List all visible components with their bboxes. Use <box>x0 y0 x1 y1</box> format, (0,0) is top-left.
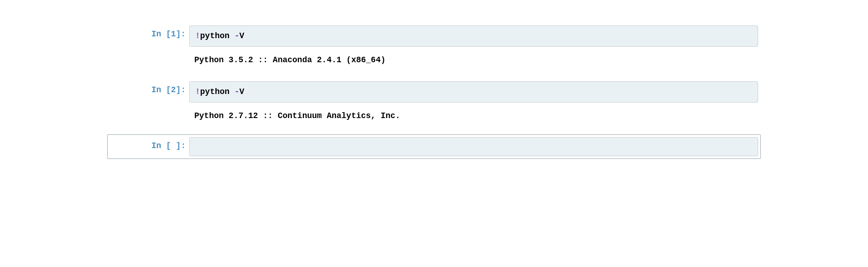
shell-bang-token: ! <box>195 31 200 40</box>
code-cell[interactable]: In [2]: !python -V <box>107 79 761 105</box>
code-cell[interactable]: In [1]: !python -V <box>107 23 761 49</box>
argument-token: V <box>239 87 244 96</box>
command-token: python <box>200 31 235 40</box>
code-input-area[interactable]: !python -V <box>189 25 758 47</box>
code-line: !python -V <box>195 31 244 40</box>
output-text: Python 2.7.12 :: Continuum Analytics, In… <box>189 109 759 123</box>
argument-token: V <box>239 31 244 40</box>
input-prompt: In [ ]: <box>110 137 189 150</box>
output-row: Python 3.5.2 :: Anaconda 2.4.1 (x86_64) <box>107 50 761 69</box>
code-input-area[interactable] <box>189 137 758 156</box>
operator-token: - <box>234 87 239 96</box>
code-cell-selected[interactable]: In [ ]: <box>107 134 761 159</box>
input-prompt: In [1]: <box>110 25 189 39</box>
shell-bang-token: ! <box>195 87 200 96</box>
code-input-area[interactable]: !python -V <box>189 81 758 103</box>
input-prompt: In [2]: <box>110 81 189 94</box>
output-text: Python 3.5.2 :: Anaconda 2.4.1 (x86_64) <box>189 53 759 67</box>
notebook-container: In [1]: !python -V Python 3.5.2 :: Anaco… <box>107 23 761 159</box>
code-line: !python -V <box>195 87 244 96</box>
output-row: Python 2.7.12 :: Continuum Analytics, In… <box>107 106 761 125</box>
command-token: python <box>200 87 235 96</box>
operator-token: - <box>234 31 239 40</box>
